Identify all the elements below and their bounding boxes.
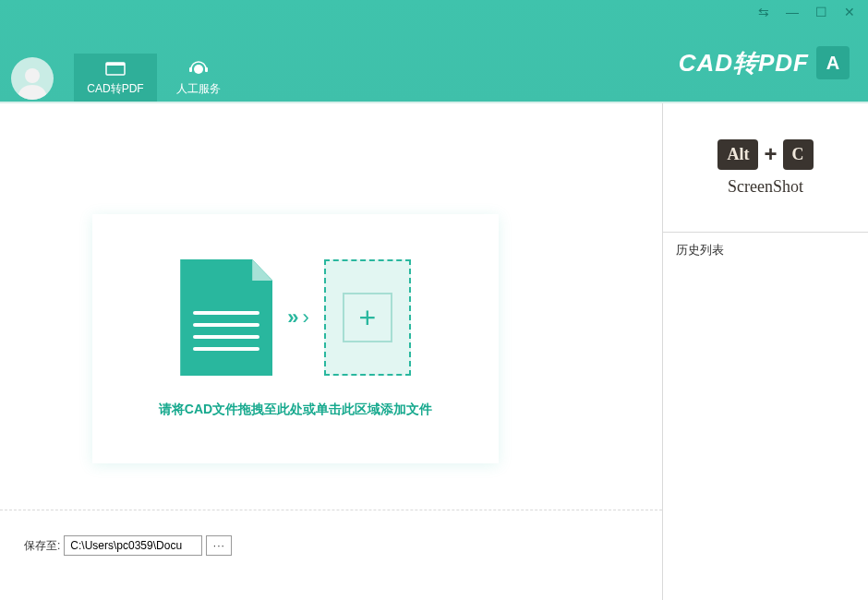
tab-label: 人工服务 [176,81,221,97]
drop-hint-text: 请将CAD文件拖拽至此处或单击此区域添加文件 [159,402,432,418]
add-file-box: + [324,259,411,376]
document-icon [105,59,126,78]
maximize-button[interactable]: ☐ [815,6,827,18]
person-icon [14,63,51,100]
browse-button[interactable]: ··· [206,535,232,556]
keycap-c: C [783,139,814,170]
tab-label: CAD转PDF [87,81,143,97]
user-avatar-icon[interactable] [11,57,54,100]
keycap-alt: Alt [717,139,758,170]
minimize-button[interactable]: — [786,6,799,18]
save-path-row: 保存至: ··· [24,535,232,556]
main-area: »› + 请将CAD文件拖拽至此处或单击此区域添加文件 保存至: ··· [0,103,663,600]
footer-divider [0,510,662,510]
document-file-icon [180,259,272,376]
drop-graphic: »› + [180,259,411,376]
history-list-header: 历史列表 [663,233,868,268]
file-drop-zone[interactable]: »› + 请将CAD文件拖拽至此处或单击此区域添加文件 [92,214,499,463]
svg-point-0 [25,68,40,83]
svg-rect-2 [106,63,125,66]
app-title-text: CAD转PDF [679,47,809,79]
tab-cad-to-pdf[interactable]: CAD转PDF [74,54,157,102]
plus-icon: + [358,301,376,335]
promo-label: ScreenShot [728,177,803,197]
promo-keys: Alt + C [717,139,813,170]
svg-rect-4 [189,67,192,72]
app-title-block: CAD转PDF A [679,46,850,79]
svg-rect-5 [205,67,208,72]
arrow-right-icon: »› [287,306,309,330]
save-path-input[interactable] [64,535,202,556]
app-header: ⇆ — ☐ ✕ CAD转PDF A CAD转PDF 人工服务 [0,0,868,102]
plus-icon: + [764,141,777,167]
close-button[interactable]: ✕ [844,6,855,18]
right-sidebar: Alt + C ScreenShot 历史列表 [663,103,868,600]
svg-point-3 [194,65,203,74]
app-logo-icon: A [816,46,850,79]
headset-icon [188,59,209,78]
tab-human-service[interactable]: 人工服务 [157,54,240,102]
save-label: 保存至: [24,538,60,554]
main-tabs: CAD转PDF 人工服务 [74,54,240,102]
window-controls: ⇆ — ☐ ✕ [758,6,855,18]
content-row: »› + 请将CAD文件拖拽至此处或单击此区域添加文件 保存至: ··· Alt… [0,102,868,600]
screenshot-promo[interactable]: Alt + C ScreenShot [663,103,868,233]
menu-icon[interactable]: ⇆ [758,6,769,18]
